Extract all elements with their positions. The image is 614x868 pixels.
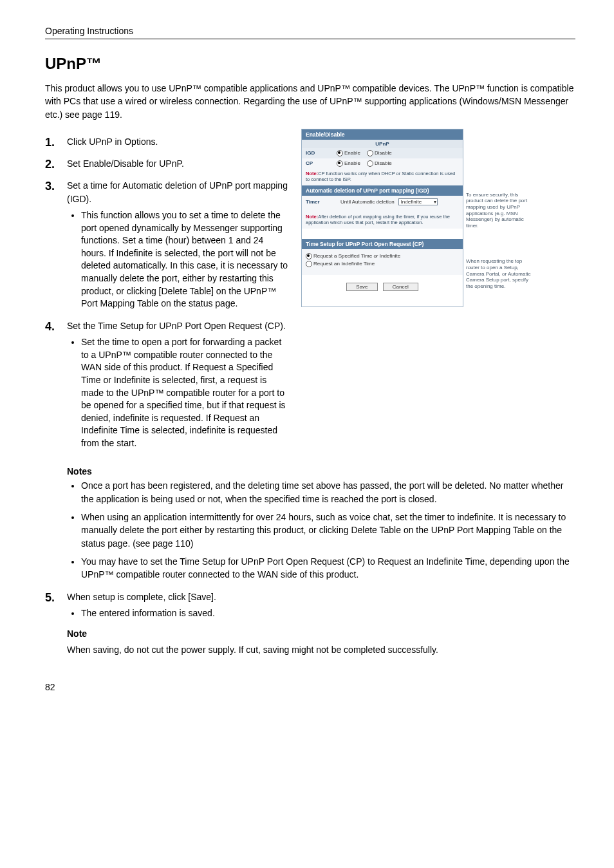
cp-enable-radio[interactable]: Enable xyxy=(337,160,360,167)
step-5: When setup is complete, click [Save]. Th… xyxy=(45,590,575,656)
igd-label: IGD xyxy=(306,150,337,156)
subhead-upnp: UPnP xyxy=(302,140,463,148)
timer-select[interactable]: Indefinite xyxy=(398,198,438,205)
radio-indefinite-time[interactable]: Request an Indefinite Time xyxy=(306,261,459,267)
step-4: Set the Time Setup for UPnP Port Open Re… xyxy=(45,319,290,450)
note-item-2: When using an application intermittently… xyxy=(81,511,575,550)
igd-disable-radio[interactable]: Disable xyxy=(367,150,392,156)
running-header: Operating Instructions xyxy=(45,26,575,39)
save-button[interactable]: Save xyxy=(346,283,377,291)
step-1: Click UPnP in Options. xyxy=(45,135,290,148)
note-heading-single: Note xyxy=(67,627,575,640)
cp-disable-radio[interactable]: Disable xyxy=(367,160,392,167)
igd-enable-radio[interactable]: Enable xyxy=(337,150,360,156)
radio-indefinite-label: Request an Indefinite Time xyxy=(313,261,375,267)
step-5-bullet: The entered information is saved. xyxy=(81,607,575,620)
cp-disable-label: Disable xyxy=(375,160,392,166)
radio-specified-label: Request a Specified Time or Indefinite xyxy=(313,253,400,259)
radio-specified-time[interactable]: Request a Specified Time or Indefinite xyxy=(306,253,459,259)
note-single-text: When saving, do not cut the power supply… xyxy=(67,643,575,656)
cp-note: Note:CP function works only when DHCP or… xyxy=(302,169,463,185)
timer-text: Until Automatic deletion xyxy=(340,199,395,205)
igd-enable-label: Enable xyxy=(344,150,360,156)
note-item-1: Once a port has been registered, and the… xyxy=(81,479,575,505)
step-3: Set a time for Automatic deletion of UPn… xyxy=(45,179,290,310)
page-number: 82 xyxy=(45,682,575,692)
cp-label: CP xyxy=(306,160,337,166)
cp-note-bold: Note: xyxy=(306,171,318,176)
step-4-text: Set the Time Setup for UPnP Port Open Re… xyxy=(67,321,286,331)
note-item-3: You may have to set the Time Setup for U… xyxy=(81,555,575,581)
step-2-text: Set Enable/Disable for UPnP. xyxy=(67,158,184,169)
section-enable-disable: Enable/Disable xyxy=(302,129,463,140)
side-caption-auto: To ensure security, this product can del… xyxy=(466,192,537,229)
row-cp: CP Enable Disable xyxy=(302,158,463,169)
intro-paragraph: This product allows you to use UPnP™ com… xyxy=(45,82,575,121)
cp-enable-label: Enable xyxy=(344,160,360,166)
step-1-text: Click UPnP in Options. xyxy=(67,137,158,147)
igd-disable-label: Disable xyxy=(375,150,392,156)
step-3-text: Set a time for Automatic deletion of UPn… xyxy=(67,180,288,203)
auto-note-text: After deletion of port mapping using the… xyxy=(306,214,450,225)
timer-label: Timer xyxy=(306,199,337,205)
side-caption-time: When requesting the top router to open a… xyxy=(466,258,537,289)
step-5-text: When setup is complete, click [Save]. xyxy=(67,592,216,602)
section-time-setup: Time Setup for UPnP Port Open Request (C… xyxy=(302,239,463,249)
auto-note-bold: Note: xyxy=(306,214,318,220)
cancel-button[interactable]: Cancel xyxy=(383,283,418,291)
auto-delete-note: Note:After deletion of port mapping usin… xyxy=(302,212,463,229)
cp-note-text: CP function works only when DHCP or Stat… xyxy=(306,171,455,182)
notes-heading: Notes xyxy=(67,466,575,476)
section-auto-delete: Automatic deletion of UPnP port mapping … xyxy=(302,185,463,196)
row-igd: IGD Enable Disable xyxy=(302,148,463,158)
page-title: UPnP™ xyxy=(45,55,575,73)
step-4-bullet: Set the time to open a port for forwardi… xyxy=(81,336,290,449)
settings-screenshot: Enable/Disable UPnP IGD Enable Disable C… xyxy=(301,129,575,308)
step-2: Set Enable/Disable for UPnP. xyxy=(45,157,290,170)
step-3-bullet: This function allows you to set a time t… xyxy=(81,209,290,310)
